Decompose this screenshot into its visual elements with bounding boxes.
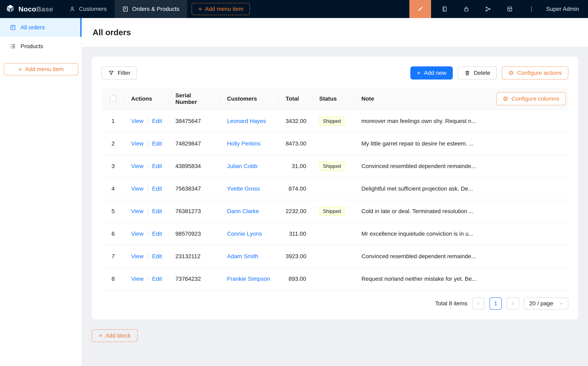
more-ellipsis-icon[interactable] [523,0,540,18]
ui-editor-button[interactable] [409,0,431,18]
row-index: 2 [112,140,115,147]
pagination-page-1[interactable]: 1 [490,297,502,310]
add-new-label: Add new [424,70,446,76]
add-block-label: Add block [106,332,131,339]
app-root: NocoBase Customers Orders & Products + A… [0,0,588,366]
nav-tab-customers[interactable]: Customers [61,0,114,18]
header-add-menu-item-button[interactable]: + Add menu item [192,3,250,15]
edit-link[interactable]: Edit [152,185,162,192]
header-add-menu-item-label: Add menu item [205,6,243,12]
add-new-button[interactable]: + Add new [410,66,453,79]
customer-link[interactable]: Frankie Simpson [227,276,270,282]
filter-funnel-icon [108,70,114,76]
logo-text-base: Base [36,5,53,13]
edit-link[interactable]: Edit [152,276,162,282]
edit-link[interactable]: Edit [152,208,162,214]
view-link[interactable]: View [131,276,143,282]
customer-link[interactable]: Connie Lyons [227,230,262,237]
customer-link[interactable]: Holly Perkins [227,140,260,147]
user-menu[interactable]: Super Admin [540,0,588,18]
nocobase-logo[interactable]: NocoBase [0,0,61,18]
pagination-prev-button[interactable] [472,297,484,310]
customer-link[interactable]: Darin Clarke [227,208,259,214]
view-link[interactable]: View [131,140,143,147]
toolbar-right: + Add new Delete ⚙ Conf [410,66,568,79]
customer-link[interactable]: Adam Smith [227,253,258,259]
view-link[interactable]: View [131,185,143,192]
sidebar-item-label: Products [21,43,43,50]
user-name: Super Admin [546,6,579,12]
plus-icon: + [198,6,202,12]
sidebar-add-menu-item-label: Add menu item [25,66,63,73]
delete-button[interactable]: Delete [458,66,497,79]
column-header-total: Total [279,88,313,110]
add-block-button[interactable]: + Add block [92,329,138,342]
sidebar-item-products[interactable]: Products [0,37,82,56]
header-nav: Customers Orders & Products + Add menu i… [61,0,250,18]
row-index: 6 [112,230,115,237]
orders-card: Filter + Add new Delete [92,57,578,320]
column-header-status: Status [313,88,355,110]
action-divider [148,231,148,236]
sidebar-add-menu-item-button[interactable]: + Add menu item [4,63,78,76]
serial-number: 75638347 [175,185,201,192]
list-icon [10,43,16,49]
orders-table-head: Actions Serial Number Customers Total St… [102,88,568,110]
order-total: 31.00 [292,163,306,169]
page-header: All orders [82,18,588,47]
order-total: 8473.00 [286,140,306,147]
order-total: 311.00 [289,230,306,237]
customers-icon [69,6,75,12]
customer-link[interactable]: Leonard Hayes [227,118,266,124]
logo-text: NocoBase [18,5,53,13]
view-link[interactable]: View [131,253,143,259]
status-tag: Shipped [319,117,345,126]
row-index: 3 [112,163,115,169]
row-index: 1 [112,118,115,124]
sidebar-item-label: All orders [21,24,45,31]
action-divider [148,163,148,169]
action-divider [148,208,148,214]
view-link[interactable]: View [131,163,143,169]
table-row: 6 ViewEdit 98570923 Connie Lyons 311.00 … [102,222,568,245]
share-nodes-icon[interactable] [480,0,496,18]
book-icon[interactable] [436,0,453,18]
view-link[interactable]: View [131,230,143,237]
chevron-down-icon [559,301,564,306]
logo-text-noco: Noco [18,5,36,13]
nav-tab-orders-products[interactable]: Orders & Products [114,0,187,18]
lock-icon[interactable] [458,0,475,18]
pagination-total: Total 8 items [435,300,467,307]
edit-link[interactable]: Edit [152,140,162,147]
action-divider [148,276,148,282]
edit-link[interactable]: Edit [152,163,162,169]
sidebar: All orders Products + Add menu item [0,18,82,366]
serial-number: 23132112 [175,253,201,259]
edit-link[interactable]: Edit [152,253,162,259]
view-link[interactable]: View [131,118,143,124]
table-row: 1 ViewEdit 38475647 Leonard Hayes 3432.0… [102,110,568,132]
page-size-select[interactable]: 20 / page [524,297,568,310]
chevron-right-icon [510,301,515,306]
customer-link[interactable]: Julian Cobb [227,163,257,169]
gear-icon: ⚙ [503,96,508,102]
configure-columns-button[interactable]: ⚙ Configure columns [496,92,566,105]
edit-link[interactable]: Edit [152,118,162,124]
layout-icon[interactable] [502,0,518,18]
order-note: moreover man feelings own shy. Request n… [362,118,476,124]
filter-button[interactable]: Filter [102,66,137,79]
orders-form-icon [122,6,128,12]
delete-label: Delete [474,70,490,76]
select-all-checkbox[interactable] [110,96,116,102]
edit-link[interactable]: Edit [152,230,162,237]
view-link[interactable]: View [131,208,143,214]
header-right-actions: Super Admin [409,0,588,18]
serial-number: 98570923 [175,230,201,237]
content-area: All orders Filter + [82,18,588,366]
customer-link[interactable]: Yvette Gross [227,185,260,192]
pagination-next-button[interactable] [507,297,519,310]
configure-actions-button[interactable]: ⚙ Configure actions [502,66,568,79]
status-tag: Shipped [319,162,345,171]
sidebar-item-all-orders[interactable]: All orders [0,18,82,37]
action-divider [148,186,148,191]
